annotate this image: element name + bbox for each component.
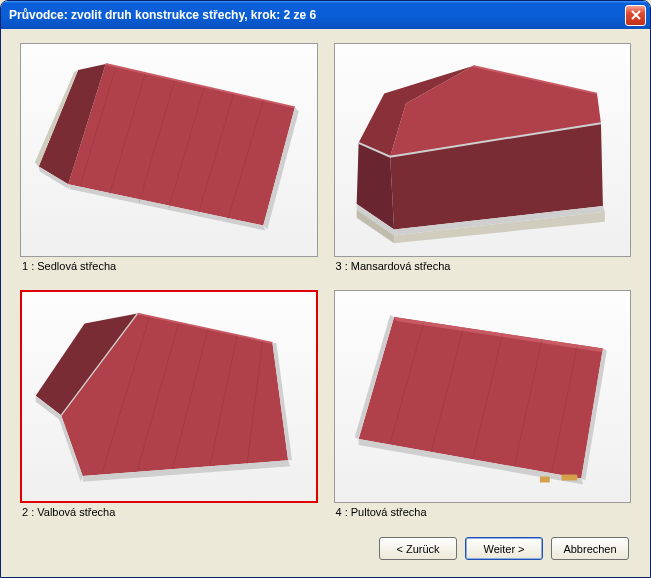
svg-rect-39 bbox=[561, 474, 577, 480]
cancel-button[interactable]: Abbrechen bbox=[551, 537, 629, 560]
roof-option-label: 4 : Pultová střecha bbox=[334, 506, 632, 518]
roof-option-shed[interactable] bbox=[334, 290, 632, 504]
svg-rect-40 bbox=[539, 476, 549, 482]
close-button[interactable] bbox=[625, 5, 646, 26]
roof-shed-icon bbox=[335, 291, 631, 503]
window-title: Průvodce: zvolit druh konstrukce střechy… bbox=[9, 8, 625, 22]
roof-hip-icon bbox=[22, 292, 316, 502]
roof-option-hip[interactable] bbox=[20, 290, 318, 504]
roof-option-label: 3 : Mansardová střecha bbox=[334, 260, 632, 272]
roof-mansard-icon bbox=[335, 44, 631, 256]
next-button[interactable]: Weiter > bbox=[465, 537, 543, 560]
roof-option: 3 : Mansardová střecha bbox=[334, 43, 632, 272]
close-icon bbox=[630, 9, 642, 21]
wizard-button-row: < Zurück Weiter > Abbrechen bbox=[379, 537, 629, 560]
client-area: 1 : Sedlová střecha bbox=[4, 29, 647, 574]
wizard-window: Průvodce: zvolit druh konstrukce střechy… bbox=[0, 0, 651, 578]
roof-gable-icon bbox=[21, 44, 317, 256]
roof-option: 1 : Sedlová střecha bbox=[20, 43, 318, 272]
roof-option-gable[interactable] bbox=[20, 43, 318, 257]
svg-marker-34 bbox=[358, 316, 602, 478]
titlebar: Průvodce: zvolit druh konstrukce střechy… bbox=[1, 1, 650, 29]
roof-option: 2 : Valbová střecha bbox=[20, 290, 318, 519]
roof-option-grid: 1 : Sedlová střecha bbox=[20, 43, 631, 518]
roof-option-mansard[interactable] bbox=[334, 43, 632, 257]
svg-marker-0 bbox=[68, 64, 295, 226]
roof-option-label: 2 : Valbová střecha bbox=[20, 506, 318, 518]
back-button[interactable]: < Zurück bbox=[379, 537, 457, 560]
roof-option-label: 1 : Sedlová střecha bbox=[20, 260, 318, 272]
roof-option: 4 : Pultová střecha bbox=[334, 290, 632, 519]
